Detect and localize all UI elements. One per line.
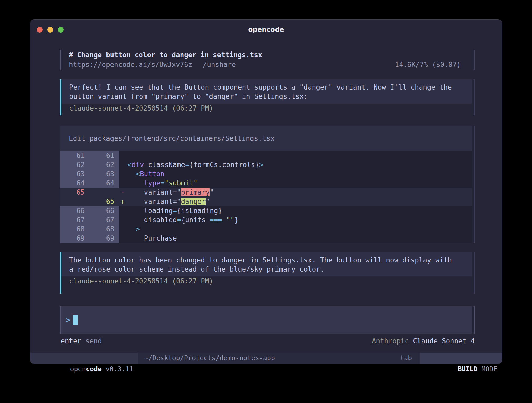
right-border-bar [474, 50, 475, 70]
titlebar: opencode [30, 20, 502, 38]
minimize-button[interactable] [47, 27, 53, 33]
traffic-lights [37, 27, 64, 33]
right-border-bar [474, 79, 475, 115]
line-number-old: 62 [60, 160, 89, 169]
diff-marker [119, 151, 127, 160]
code-token: Button [140, 170, 165, 178]
code-line: <div className={formCs.controls}> [127, 160, 472, 169]
working-directory: ~/Desktop/Projects/demo-notes-app [144, 353, 275, 364]
prompt-input-block[interactable]: > [60, 306, 475, 334]
line-number-new: 65 [89, 197, 119, 206]
line-number-new: 63 [89, 169, 119, 179]
line-number-old: 65 [60, 188, 89, 197]
line-number-old: 63 [60, 169, 89, 179]
diff-row-added: 65+ variant="danger" [60, 197, 472, 206]
line-number-new: 67 [89, 215, 119, 225]
code-line: Purchase [127, 234, 472, 243]
tab-key-hint[interactable]: tab [400, 353, 412, 364]
line-number-old: 64 [60, 179, 89, 188]
diff-marker [119, 160, 127, 169]
added-word-highlight: danger [181, 198, 206, 205]
code-token: = [173, 207, 177, 215]
code-token: < [127, 161, 132, 169]
code-token: > [136, 225, 140, 233]
desktop-background: opencode # Change button color to danger… [0, 0, 532, 403]
diff-row-removed: 65- variant="primary" [60, 188, 472, 197]
message-text-line: button variant from "primary" to "danger… [69, 92, 472, 101]
code-line: type="submit" [127, 179, 472, 188]
code-token: " [206, 198, 210, 205]
code-line [127, 151, 472, 160]
app-name-code: code [86, 365, 102, 373]
diff-marker [119, 206, 127, 215]
assistant-message: Perfect! I can see that the Button compo… [60, 79, 475, 115]
hints-row: enter send Anthropic Claude Sonnet 4 [61, 336, 475, 346]
diff-row: 6767 disabled={units === ""} [60, 215, 472, 225]
right-border-bar [474, 252, 475, 294]
prompt-input[interactable]: > [61, 306, 472, 334]
code-token: " [210, 188, 214, 196]
right-border-bar [474, 306, 475, 334]
line-number-old: 68 [60, 225, 89, 234]
app-version-badge: opencode v0.3.11 [30, 353, 138, 364]
assistant-message: The button color has been changed to dan… [60, 252, 475, 294]
code-line: variant="primary" [127, 188, 472, 197]
code-line: variant="danger" [127, 197, 472, 206]
close-button[interactable] [37, 27, 43, 33]
code-token: = [160, 179, 165, 187]
diff-marker [119, 234, 127, 243]
session-title: # Change button color to danger in setti… [69, 50, 472, 60]
line-number-old: 61 [60, 151, 89, 160]
model-indicator: Anthropic Claude Sonnet 4 [372, 336, 475, 346]
line-number-old [60, 197, 89, 206]
app-name-open: open [70, 365, 86, 373]
diff-marker [119, 169, 127, 179]
diff-marker-plus: + [119, 197, 127, 206]
diff-row: 6868 > [60, 225, 472, 234]
app-version: v0.3.11 [102, 365, 133, 373]
code-line: > [127, 225, 472, 234]
code-token: "" [222, 216, 234, 224]
diff-row: 6666 loading={isLoading} [60, 206, 472, 215]
removed-word-highlight: primary [181, 188, 210, 196]
unshare-command[interactable]: /unshare [203, 60, 236, 70]
provider-label: Anthropic [372, 337, 409, 345]
edit-tool-block: Edit packages/frontend/src/containers/Se… [60, 126, 475, 243]
line-number-new [89, 188, 119, 197]
model-label: Claude Sonnet 4 [409, 337, 475, 345]
maximize-button[interactable] [58, 27, 64, 33]
line-number-old: 66 [60, 206, 89, 215]
line-number-new: 64 [89, 179, 119, 188]
mode-badge[interactable]: BUILD MODE [420, 353, 502, 364]
diff-view: 6161 6262<div className={formCs.controls… [60, 151, 472, 243]
diff-row: 6262<div className={formCs.controls}> [60, 160, 472, 169]
model-timestamp: claude-sonnet-4-20250514 (06:27 PM) [61, 104, 472, 113]
send-hint: enter send [61, 336, 102, 346]
code-line: <Button [127, 169, 472, 179]
diff-row: 6969 Purchase [60, 234, 472, 243]
line-number-new: 68 [89, 225, 119, 234]
code-token: < [136, 170, 140, 178]
code-token: Purchase [127, 234, 177, 242]
share-url-link[interactable]: https://opencode.ai/s/UwJxv76z [69, 60, 192, 70]
diff-marker [119, 179, 127, 188]
code-token: variant=" [127, 198, 181, 205]
code-token: = [185, 161, 189, 169]
status-bar: opencode v0.3.11 ~/Desktop/Projects/demo… [30, 353, 502, 364]
code-token: loading [127, 207, 173, 215]
right-border-bar [474, 126, 475, 243]
code-token: {formCs.controls} [189, 161, 259, 169]
diff-row: 6161 [60, 151, 472, 160]
code-line: disabled={units === ""} [127, 215, 472, 225]
diff-marker-minus: - [119, 188, 127, 197]
mode-name: BUILD [458, 365, 477, 373]
diff-marker [119, 215, 127, 225]
line-number-new: 61 [89, 151, 119, 160]
code-line: loading={isLoading} [127, 206, 472, 215]
code-token: variant=" [127, 188, 181, 196]
code-token: } [234, 216, 239, 224]
session-header: # Change button color to danger in setti… [60, 50, 475, 70]
diff-row: 6363 <Button [60, 169, 472, 179]
message-text-line: a red/rose color scheme instead of the b… [69, 265, 472, 274]
message-text-line: Perfect! I can see that the Button compo… [69, 83, 472, 92]
